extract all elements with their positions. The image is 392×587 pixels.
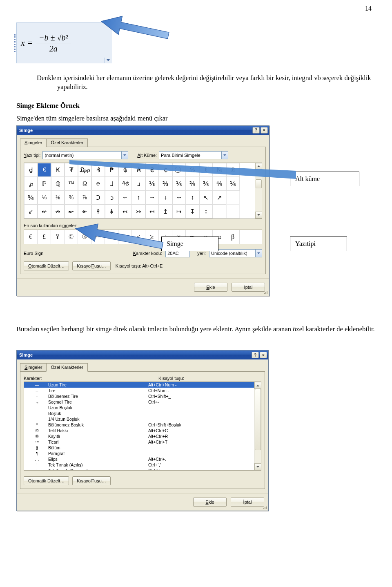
- symbol-cell[interactable]: ↣: [132, 205, 145, 219]
- special-char-name: Ticari: [48, 439, 148, 445]
- tab-ozel-karakterler[interactable]: Özel Karakterler: [46, 363, 87, 372]
- close-button[interactable]: ×: [260, 352, 267, 358]
- recent-symbol-cell[interactable]: £: [38, 230, 51, 244]
- from-value: Unicode (onaltılık): [209, 251, 255, 256]
- resize-grip-icon[interactable]: [263, 505, 267, 510]
- special-char-row[interactable]: -Bölünemez TireCtrl+Shift+_: [24, 393, 254, 399]
- symbol-cell[interactable]: ↟: [91, 205, 105, 219]
- special-char-row[interactable]: 1/4 Uzun Boşluk: [24, 416, 254, 422]
- recent-symbol-cell[interactable]: ¥: [51, 230, 65, 244]
- symbol-cell[interactable]: ↗: [213, 191, 226, 205]
- symbol-cell[interactable]: [226, 205, 240, 219]
- special-char-row[interactable]: Boşluk: [24, 411, 254, 416]
- help-button[interactable]: ?: [252, 352, 259, 358]
- tab-simgeler[interactable]: Simgeler: [20, 363, 47, 372]
- insert-button[interactable]: Ekle: [193, 498, 227, 507]
- symbol-cell[interactable]: ↚: [38, 205, 51, 219]
- symbol-cell[interactable]: ↥: [159, 205, 172, 219]
- special-char-row[interactable]: §Bölüm: [24, 445, 254, 451]
- special-char-name: Tek Tırnak (Kapanış): [48, 468, 148, 470]
- tab-simgeler[interactable]: Simgeler: [20, 138, 47, 147]
- symbol-cell[interactable]: ↙: [24, 205, 38, 219]
- special-char-row[interactable]: ¶Paragraf: [24, 451, 254, 456]
- scrollbar[interactable]: [254, 382, 261, 470]
- help-button[interactable]: ?: [252, 127, 260, 134]
- special-char-row[interactable]: …ElipsAlt+Ctrl+.: [24, 456, 254, 462]
- symbol-cell[interactable]: ℙ: [38, 177, 51, 191]
- special-char-name: Bölüm: [48, 445, 148, 451]
- svg-rect-2: [267, 292, 267, 293]
- special-char-name: Uzun Boşluk: [48, 405, 148, 411]
- symbol-cell[interactable]: ←: [118, 191, 132, 205]
- symbol-cell[interactable]: ↞: [78, 205, 91, 219]
- autocorrect-button[interactable]: Otomatik Düzelt…: [24, 261, 69, 270]
- special-char-row[interactable]: —Uzun TireAlt+Ctrl+Num -: [24, 382, 254, 388]
- insert-button[interactable]: Ekle: [194, 283, 227, 292]
- chevron-down-icon[interactable]: [255, 250, 262, 257]
- special-char-row[interactable]: –TireCtrl+Num -: [24, 388, 254, 393]
- recent-symbol-cell[interactable]: €: [24, 230, 38, 244]
- symbol-cell[interactable]: [226, 191, 240, 205]
- autocorrect-button[interactable]: Otomatik Düzelt…: [24, 476, 69, 485]
- equation-lhs: x =: [21, 38, 33, 48]
- shortcut-key-button[interactable]: Kısayol Tuşu…: [72, 476, 111, 485]
- scroll-down-button[interactable]: [254, 463, 261, 470]
- shortcut-key-button[interactable]: Kısayol Tuşu…: [72, 261, 111, 270]
- symbol-cell[interactable]: ↔: [172, 191, 186, 205]
- character-name: Euro Sign: [24, 251, 43, 256]
- special-char-row[interactable]: °Bölünemez BoşlukCtrl+Shift+Boşluk: [24, 422, 254, 428]
- resize-grip-icon[interactable]: [263, 290, 268, 295]
- symbol-cell[interactable]: ⅝: [65, 191, 78, 205]
- heading-simge-ekleme: Simge Ekleme Örnek: [16, 102, 376, 110]
- special-char-shortcut: Ctrl+`,': [148, 462, 252, 468]
- symbol-cell[interactable]: ⅞: [78, 191, 91, 205]
- special-char-row[interactable]: ®KayıtlıAlt+Ctrl+R: [24, 433, 254, 439]
- symbol-cell[interactable]: ↨: [199, 205, 213, 219]
- symbol-cell[interactable]: ⅚: [24, 191, 38, 205]
- titlebar[interactable]: Simge ? ×: [17, 126, 269, 135]
- symbol-cell[interactable]: €: [38, 163, 51, 177]
- symbol-cell[interactable]: ℘: [24, 177, 38, 191]
- symbol-cell[interactable]: ↜: [65, 205, 78, 219]
- scroll-up-button[interactable]: [254, 382, 261, 389]
- symbol-cell[interactable]: ₭: [51, 163, 65, 177]
- titlebar[interactable]: Simge ? ×: [17, 350, 268, 359]
- svg-rect-0: [267, 291, 267, 292]
- tab-ozel-karakterler[interactable]: Özel Karakterler: [46, 138, 87, 147]
- special-char-shortcut: Ctrl+Num -: [148, 388, 252, 393]
- symbol-cell[interactable]: [213, 205, 226, 219]
- symbol-cell[interactable]: ↕: [186, 191, 199, 205]
- symbol-cell[interactable]: ℚ: [51, 177, 65, 191]
- recent-symbol-cell[interactable]: β: [226, 230, 240, 244]
- scrollbar-thumb[interactable]: [255, 389, 261, 450]
- cancel-button[interactable]: İptal: [232, 283, 265, 292]
- symbol-cell[interactable]: ↓: [159, 191, 172, 205]
- fraction: −b ± √b² 2a: [36, 33, 70, 53]
- special-char-row[interactable]: ¬Seçmeli TireCtrl+-: [24, 399, 254, 405]
- special-char-row[interactable]: ’Tek Tırnak (Kapanış)Ctrl+',': [24, 468, 254, 470]
- symbol-cell[interactable]: Ɔ: [91, 191, 105, 205]
- symbol-cell[interactable]: →: [145, 191, 159, 205]
- symbol-cell[interactable]: ↤: [145, 205, 159, 219]
- symbol-cell[interactable]: ₫: [24, 163, 38, 177]
- symbol-cell[interactable]: ⅜: [51, 191, 65, 205]
- symbol-cell[interactable]: ↡: [105, 205, 118, 219]
- special-char-shortcut: Alt+Ctrl+.: [148, 456, 252, 462]
- equation-dropdown-icon[interactable]: [104, 58, 112, 63]
- symbol-cell[interactable]: ↖: [199, 191, 213, 205]
- special-char-symbol: ‘: [26, 462, 48, 468]
- close-button[interactable]: ×: [261, 127, 268, 134]
- special-char-row[interactable]: ©Telif HakkıAlt+Ctrl+C: [24, 428, 254, 433]
- symbol-cell[interactable]: ↑: [132, 191, 145, 205]
- special-char-row[interactable]: Uzun Boşluk: [24, 405, 254, 411]
- symbol-cell[interactable]: ↧: [186, 205, 199, 219]
- cancel-button[interactable]: İptal: [231, 498, 264, 507]
- symbol-cell[interactable]: ↢: [118, 205, 132, 219]
- symbol-cell[interactable]: ɔ: [105, 191, 118, 205]
- symbol-cell[interactable]: ⅛: [38, 191, 51, 205]
- symbol-cell[interactable]: ↛: [51, 205, 65, 219]
- scroll-down-button[interactable]: [255, 212, 262, 219]
- special-char-row[interactable]: ‘Tek Tırnak (Açılış)Ctrl+`,': [24, 462, 254, 468]
- symbol-cell[interactable]: ↦: [172, 205, 186, 219]
- special-char-row[interactable]: ™TicariAlt+Ctrl+T: [24, 439, 254, 445]
